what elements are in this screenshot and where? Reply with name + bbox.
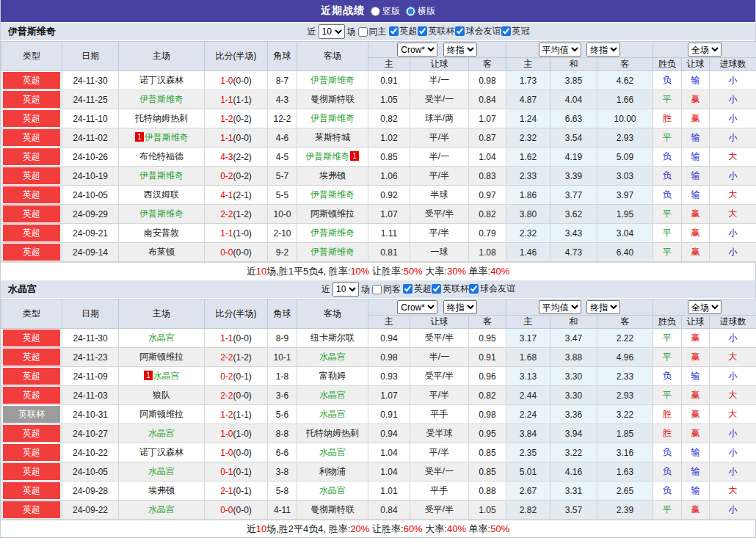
avg-final-select[interactable]: 终指: [586, 43, 620, 57]
away-team[interactable]: 曼彻斯特联: [297, 501, 368, 520]
league-filter-checkbox[interactable]: 英超: [403, 283, 432, 295]
same-venue-checkbox[interactable]: 同客: [372, 283, 401, 296]
home-team[interactable]: 布莱顿: [119, 243, 205, 262]
away-team[interactable]: 水晶宫: [297, 348, 368, 367]
avg-home: 1.46: [506, 243, 550, 262]
match-date: 24-10-05: [62, 462, 119, 481]
away-team[interactable]: 水晶宫: [297, 405, 368, 424]
home-team[interactable]: 伊普斯维奇: [119, 90, 205, 109]
outcome-group-header: 全场: [653, 42, 756, 58]
home-odds: 0.92: [368, 186, 410, 205]
avg-source-select[interactable]: 平均值: [539, 43, 581, 57]
home-team[interactable]: 埃弗顿: [119, 481, 205, 501]
home-odds: 1.05: [368, 90, 410, 109]
avg-source-select[interactable]: 平均值: [539, 300, 581, 314]
away-team[interactable]: 水晶宫: [297, 481, 368, 501]
avg-away: 3.97: [597, 186, 653, 205]
avg-away: 1.66: [597, 90, 653, 109]
league-filter-checkbox[interactable]: 英联杯: [418, 25, 455, 37]
handicap-outcome: 输: [682, 462, 710, 481]
home-odds: 1.07: [368, 386, 410, 405]
league-filter-checkbox[interactable]: 英超: [389, 25, 418, 37]
away-team[interactable]: 富勒姆: [297, 367, 368, 386]
match-date: 24-11-02: [62, 128, 119, 148]
home-team[interactable]: 诺丁汉森林: [119, 443, 205, 462]
goals-outcome: 小: [710, 109, 756, 128]
rank-badge: 1: [144, 371, 153, 380]
scope-select[interactable]: 全场: [688, 300, 722, 314]
league-filter-checkbox[interactable]: 球会友谊: [469, 283, 515, 295]
home-team[interactable]: 阿斯顿维拉: [119, 405, 205, 424]
vertical-layout-radio[interactable]: 竖版: [371, 5, 400, 18]
handicap-outcome: 赢: [682, 329, 710, 348]
corner-score: 8-7: [268, 71, 297, 90]
away-team[interactable]: 伊普斯维奇: [297, 243, 368, 262]
away-team[interactable]: 纽卡斯尔联: [297, 329, 368, 348]
home-team[interactable]: 西汉姆联: [119, 186, 205, 205]
home-team[interactable]: 1伊普斯维奇: [119, 128, 205, 148]
away-team[interactable]: 水晶宫: [297, 443, 368, 462]
away-team[interactable]: 阿斯顿维拉: [297, 205, 368, 224]
home-team[interactable]: 水晶宫: [119, 329, 205, 348]
match-date: 24-10-22: [62, 443, 119, 462]
away-team[interactable]: 埃弗顿: [297, 167, 368, 186]
match-date: 24-11-10: [62, 109, 119, 128]
handicap-outcome: 赢: [682, 90, 710, 109]
horizontal-layout-radio[interactable]: 横版: [406, 5, 435, 18]
home-team[interactable]: 布伦特福德: [119, 148, 205, 167]
sub-header-handicap-result: 让球: [682, 316, 710, 329]
corner-score: 8-9: [268, 329, 297, 348]
home-team[interactable]: 狼队: [119, 386, 205, 405]
home-team[interactable]: 1水晶宫: [119, 367, 205, 386]
home-team[interactable]: 伊普斯维奇: [119, 167, 205, 186]
avg-draw: 3.30: [550, 386, 597, 405]
home-team[interactable]: 水晶宫: [119, 424, 205, 443]
match-row: 英超24-09-14布莱顿0-0(0-0)9-2伊普斯维奇0.81一球1.081…: [1, 243, 756, 262]
goals-outcome: 大: [710, 148, 756, 167]
away-team[interactable]: 曼彻斯特联: [297, 90, 368, 109]
near-label: 近: [321, 283, 330, 296]
home-odds: 1.01: [368, 481, 410, 501]
away-team[interactable]: 伊普斯维奇: [297, 109, 368, 128]
league-filter-checkbox[interactable]: 球会友谊: [455, 25, 501, 37]
away-team[interactable]: 托特纳姆热刺: [297, 424, 368, 443]
league-filter-checkbox[interactable]: 英冠: [501, 25, 530, 37]
goals-outcome: 大: [710, 386, 756, 405]
goals-outcome: 小: [710, 501, 756, 520]
scope-select[interactable]: 全场: [688, 43, 722, 57]
odds-final-select[interactable]: 终指: [443, 300, 477, 314]
avg-final-select[interactable]: 终指: [586, 300, 620, 314]
home-team[interactable]: 托特纳姆热刺: [119, 109, 205, 128]
home-team[interactable]: 阿斯顿维拉: [119, 348, 205, 367]
away-team[interactable]: 伊普斯维奇: [297, 71, 368, 90]
away-team[interactable]: 伊普斯维奇: [297, 224, 368, 243]
away-team[interactable]: 伊普斯维奇: [297, 186, 368, 205]
handicap-line: 一球: [410, 243, 469, 262]
away-team[interactable]: 莱斯特城: [297, 128, 368, 148]
home-team[interactable]: 诺丁汉森林: [119, 71, 205, 90]
odds-company-select[interactable]: Crow*: [397, 300, 437, 314]
away-team[interactable]: 利物浦: [297, 462, 368, 481]
match-score: 1-1(0-0): [205, 128, 268, 148]
odds-final-select[interactable]: 终指: [443, 43, 477, 57]
away-odds: 0.96: [469, 367, 506, 386]
rank-badge: 1: [135, 132, 144, 142]
avg-home: 1.73: [506, 71, 550, 90]
col-header-score: 比分(半场): [205, 42, 268, 71]
handicap-line: 受半/一: [410, 462, 469, 481]
handicap-line: 半/一: [410, 348, 469, 367]
handicap-line: 半/一: [410, 148, 469, 167]
odds-company-select[interactable]: Crow*: [397, 43, 437, 57]
away-team[interactable]: 伊普斯维奇1: [297, 148, 368, 167]
league-badge: 英超: [1, 443, 62, 462]
league-filter-checkbox[interactable]: 英联杯: [432, 283, 469, 295]
match-date: 24-11-25: [62, 90, 119, 109]
home-team[interactable]: 南安普敦: [119, 224, 205, 243]
away-team[interactable]: 水晶宫: [297, 386, 368, 405]
same-venue-checkbox[interactable]: 同主: [358, 26, 387, 38]
match-count-select[interactable]: 10: [332, 282, 359, 297]
home-team[interactable]: 水晶宫: [119, 462, 205, 481]
home-team[interactable]: 伊普斯维奇: [119, 205, 205, 224]
match-count-select[interactable]: 10: [319, 24, 345, 39]
home-team[interactable]: 水晶宫: [119, 501, 205, 520]
